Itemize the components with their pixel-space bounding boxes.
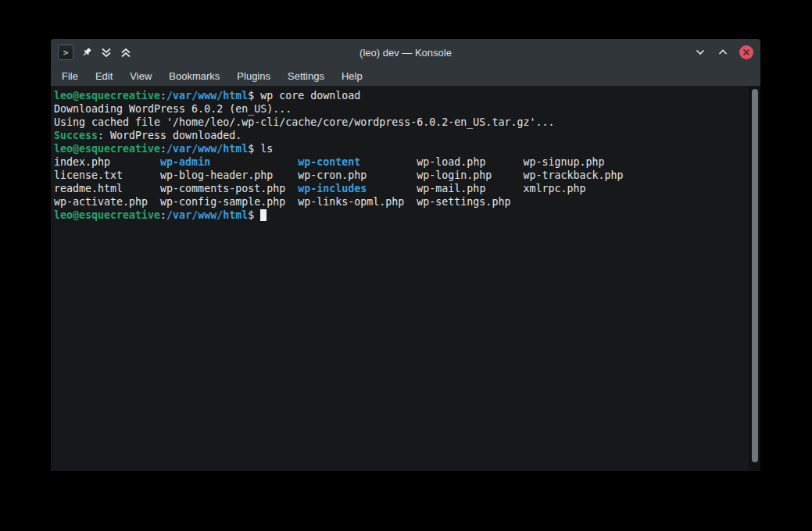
terminal-text-segment: wp-content	[298, 156, 360, 168]
terminal-line: wp-activate.php wp-config-sample.php wp-…	[54, 195, 746, 208]
terminal-text-segment	[210, 156, 298, 168]
terminal-text-segment: leo@esquecreative	[54, 143, 160, 155]
terminal-line: readme.html wp-comments-post.php wp-incl…	[54, 182, 746, 195]
terminal-text-segment: leo@esquecreative	[54, 209, 160, 221]
terminal-text-segment: :	[160, 90, 166, 102]
terminal-text-segment: :	[160, 209, 166, 221]
maximize-icon[interactable]	[717, 46, 729, 59]
terminal-text-segment: Success	[54, 130, 98, 141]
terminal-line: license.txt wp-blog-header.php wp-cron.p…	[54, 169, 746, 182]
terminal-text-segment: wp-admin	[160, 156, 210, 168]
terminal-text-segment: $	[248, 209, 260, 221]
terminal-line: index.php wp-admin wp-content wp-load.ph…	[54, 155, 746, 169]
terminal-text-segment: readme.html wp-comments-post.php	[54, 183, 298, 194]
terminal-text-segment: /var/www/html	[166, 143, 248, 155]
terminal-line: Downloading WordPress 6.0.2 (en_US)...	[54, 102, 746, 116]
terminal-line: leo@esquecreative:/var/www/html$	[54, 208, 746, 222]
terminal-text-segment: wp-includes	[298, 183, 367, 194]
menubar: File Edit View Bookmarks Plugins Setting…	[51, 66, 760, 86]
menu-settings[interactable]: Settings	[279, 67, 333, 85]
close-icon[interactable]	[739, 45, 753, 59]
titlebar[interactable]: > (leo) dev — K	[51, 39, 760, 66]
menu-view[interactable]: View	[121, 67, 160, 85]
konsole-app-icon[interactable]: >	[58, 45, 73, 60]
menu-edit[interactable]: Edit	[87, 67, 121, 85]
terminal-text-segment: : WordPress downloaded.	[98, 130, 241, 141]
window-controls	[694, 39, 753, 66]
konsole-window: > (leo) dev — K	[51, 39, 760, 471]
terminal-text-segment: :	[160, 143, 166, 155]
pin-icon[interactable]	[80, 46, 93, 59]
terminal-output[interactable]: leo@esquecreative:/var/www/html$ wp core…	[51, 86, 760, 471]
menu-file[interactable]: File	[53, 67, 87, 85]
terminal-text-segment: /var/www/html	[166, 90, 248, 102]
terminal-text-segment: wp-load.php wp-signup.php	[360, 156, 604, 168]
terminal-text-segment	[260, 209, 266, 221]
minimize-icon[interactable]	[694, 46, 706, 59]
terminal-text-segment: license.txt wp-blog-header.php wp-cron.p…	[54, 169, 624, 181]
terminal-text-segment: index.php	[54, 156, 160, 168]
terminal-text-segment: Using cached file '/home/leo/.wp-cli/cac…	[54, 116, 554, 128]
terminal-line: Success: WordPress downloaded.	[54, 129, 746, 142]
menu-plugins[interactable]: Plugins	[228, 67, 279, 85]
terminal-text-segment: wp-activate.php wp-config-sample.php wp-…	[54, 196, 510, 208]
terminal-text-segment: wp-mail.php xmlrpc.php	[367, 183, 585, 194]
window-title: (leo) dev — Konsole	[51, 47, 760, 59]
terminal-text-segment: $ ls	[248, 143, 273, 155]
terminal-text-segment: Downloading WordPress 6.0.2 (en_US)...	[54, 103, 292, 115]
double-chevron-down-icon[interactable]	[100, 46, 113, 59]
scrollbar-thumb[interactable]	[752, 89, 758, 462]
scrollbar[interactable]	[749, 86, 760, 471]
menu-bookmarks[interactable]: Bookmarks	[160, 67, 228, 85]
terminal-text-segment: $ wp core download	[248, 90, 360, 102]
terminal-line: leo@esquecreative:/var/www/html$ ls	[54, 142, 746, 155]
terminal-text-segment: /var/www/html	[166, 209, 248, 221]
terminal-text-segment: leo@esquecreative	[54, 90, 160, 102]
double-chevron-up-icon[interactable]	[120, 46, 132, 59]
terminal-line: leo@esquecreative:/var/www/html$ wp core…	[54, 89, 746, 102]
menu-help[interactable]: Help	[333, 67, 371, 85]
titlebar-left-icons: >	[51, 45, 132, 60]
terminal-line: Using cached file '/home/leo/.wp-cli/cac…	[54, 116, 746, 129]
